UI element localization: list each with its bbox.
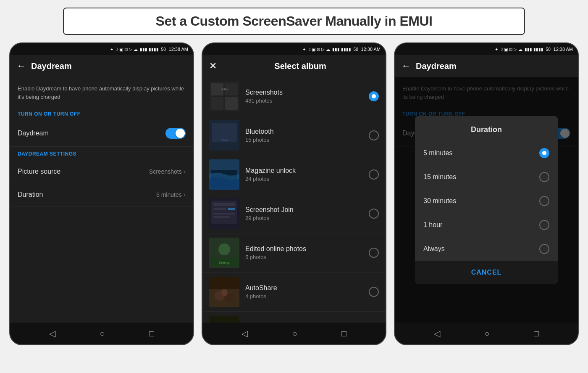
svg-rect-18: [213, 216, 230, 218]
album-item-magazine[interactable]: Magazine unlock 24 photos: [202, 155, 386, 194]
svg-rect-16: [228, 208, 235, 210]
radio-always[interactable]: [539, 244, 549, 254]
toggle-knob: [176, 129, 185, 138]
dialog-option-1hour[interactable]: 1 hour: [415, 213, 558, 237]
svg-text:Settings: Settings: [219, 261, 230, 265]
album-thumb-magazine: [209, 159, 239, 190]
radio-dot-5min: [542, 151, 546, 155]
svg-text:IMG: IMG: [221, 87, 228, 91]
nav-home-icon-1[interactable]: ○: [100, 329, 105, 339]
close-button-2[interactable]: ✕: [209, 61, 217, 71]
dialog-option-label-1hour: 1 hour: [423, 221, 442, 229]
content-1: Enable Daydream to have phone automatica…: [10, 77, 193, 323]
album-info-edited: Edited online photos 5 photos: [245, 245, 363, 260]
section-settings-1: DAYDREAM SETTINGS: [10, 147, 193, 160]
page-title-container: Set a Custom ScreenSaver Manually in EMU…: [63, 8, 525, 35]
nav-recent-icon-3[interactable]: □: [534, 329, 539, 339]
screen-title-2: Select album: [274, 61, 326, 71]
chevron-picture-source: ›: [184, 168, 186, 175]
radio-edited[interactable]: [369, 248, 379, 258]
album-item-bluetooth[interactable]: Chat Bluetooth 15 photos: [202, 116, 386, 155]
screen-title-3: Daydream: [416, 61, 457, 71]
top-bar-1: ← Daydream: [10, 55, 193, 77]
phones-container: ✦ ☽ ▣ ⊡ ▷ ☁ ▮▮▮ ▮▮▮▮ 50 12:38 AM ← Daydr…: [4, 42, 584, 345]
cancel-button[interactable]: CANCEL: [415, 261, 558, 284]
status-icons-1: ✦ ☽ ▣ ⊡ ▷ ☁ ▮▮▮ ▮▮▮▮ 50: [110, 47, 167, 52]
nav-back-icon-2[interactable]: ◁: [242, 328, 248, 339]
dialog-option-label-30min: 30 minutes: [423, 197, 456, 205]
svg-point-21: [218, 243, 230, 255]
status-icons-2: ✦ ☽ ▣ ⊡ ▷ ☁ ▮▮▮ ▮▮▮▮ 50: [302, 47, 360, 52]
nav-recent-icon-1[interactable]: □: [149, 329, 154, 339]
thumb-svg-screenshots: IMG: [209, 81, 239, 111]
album-count-screenshot-join: 29 photos: [245, 215, 363, 221]
time-3: 12:38 AM: [554, 47, 573, 52]
daydream-toggle[interactable]: [165, 128, 186, 139]
album-item-edited[interactable]: Settings Edited online photos 5 photos: [202, 233, 386, 272]
nav-home-icon-3[interactable]: ○: [484, 329, 489, 339]
album-thumb-edited: Settings: [209, 238, 239, 268]
dialog-option-always[interactable]: Always: [415, 237, 558, 261]
radio-screenshots[interactable]: [369, 91, 379, 101]
thumb-svg-magazine: [209, 159, 239, 190]
phone-2: ✦ ☽ ▣ ⊡ ▷ ☁ ▮▮▮ ▮▮▮▮ 50 12:38 AM ✕ Selec…: [202, 42, 386, 345]
album-thumb-snapseed: [209, 316, 239, 323]
album-info-screenshot-join: Screenshot Join 29 photos: [245, 206, 363, 221]
album-info-bluetooth: Bluetooth 15 photos: [245, 128, 363, 143]
dialog-option-label-15min: 15 minutes: [423, 173, 456, 181]
thumb-svg-screenshot-join: [209, 198, 239, 229]
album-item-snapseed[interactable]: Snapseed: [202, 312, 386, 323]
picture-source-value: Screenshots ›: [149, 168, 186, 175]
status-bar-2: ✦ ☽ ▣ ⊡ ▷ ☁ ▮▮▮ ▮▮▮▮ 50 12:38 AM: [202, 43, 386, 55]
album-thumb-screenshot-join: [209, 198, 239, 229]
album-item-autoshare[interactable]: AutoShare 4 photos: [202, 272, 386, 312]
album-name-magazine: Magazine unlock: [245, 167, 363, 175]
svg-rect-3: [211, 97, 223, 110]
radio-1hour[interactable]: [539, 220, 549, 230]
album-item-screenshots[interactable]: IMG Screenshots 481 photos: [202, 77, 386, 116]
radio-30min[interactable]: [539, 196, 549, 206]
radio-magazine[interactable]: [369, 169, 379, 180]
radio-autoshare[interactable]: [369, 287, 379, 297]
dialog-option-5min[interactable]: 5 minutes: [415, 141, 558, 165]
radio-dot-screenshots: [372, 94, 376, 98]
nav-bar-2: ◁ ○ □: [202, 323, 386, 344]
radio-15min[interactable]: [539, 172, 549, 182]
album-count-screenshots: 481 photos: [245, 98, 363, 104]
description-1: Enable Daydream to have phone automatica…: [10, 77, 193, 107]
album-name-autoshare: AutoShare: [245, 284, 363, 292]
section-turn-on-1: TURN ON OR TURN OFF: [10, 107, 193, 120]
duration-dialog: Duration 5 minutes 15 minutes: [415, 116, 558, 284]
top-bar-3: ← Daydream: [395, 55, 578, 77]
album-name-screenshots: Screenshots: [245, 89, 363, 96]
album-item-screenshot-join[interactable]: Screenshot Join 29 photos: [202, 194, 386, 233]
thumb-svg-edited: Settings: [209, 238, 239, 268]
svg-rect-29: [209, 316, 239, 323]
dialog-option-15min[interactable]: 15 minutes: [415, 165, 558, 189]
top-bar-center-2: Select album: [222, 61, 379, 71]
album-info-magazine: Magazine unlock 24 photos: [245, 167, 363, 182]
radio-5min[interactable]: [539, 148, 549, 158]
picture-source-row[interactable]: Picture source Screenshots ›: [10, 160, 193, 183]
page-title: Set a Custom ScreenSaver Manually in EMU…: [156, 13, 433, 29]
album-name-screenshot-join: Screenshot Join: [245, 206, 363, 214]
nav-back-icon-3[interactable]: ◁: [434, 328, 440, 339]
dialog-option-30min[interactable]: 30 minutes: [415, 189, 558, 213]
radio-screenshot-join[interactable]: [369, 209, 379, 219]
back-button-1[interactable]: ←: [17, 61, 26, 71]
phone-1: ✦ ☽ ▣ ⊡ ▷ ☁ ▮▮▮ ▮▮▮▮ 50 12:38 AM ← Daydr…: [9, 42, 194, 345]
duration-row[interactable]: Duration 5 minutes ›: [10, 183, 193, 206]
picture-source-label: Picture source: [18, 168, 60, 175]
dialog-option-label-always: Always: [423, 245, 445, 253]
album-thumb-autoshare: [209, 277, 239, 307]
dialog-title: Duration: [415, 116, 558, 141]
duration-value: 5 minutes ›: [156, 191, 186, 198]
back-button-3[interactable]: ←: [402, 61, 411, 71]
content-3: Enable Daydream to have phone automatica…: [395, 77, 578, 323]
nav-recent-icon-2[interactable]: □: [341, 329, 346, 339]
nav-back-icon-1[interactable]: ◁: [49, 328, 55, 339]
nav-bar-1: ◁ ○ □: [10, 323, 193, 344]
radio-bluetooth[interactable]: [369, 130, 379, 140]
toggle-switch[interactable]: [165, 128, 186, 139]
nav-home-icon-2[interactable]: ○: [292, 329, 297, 339]
